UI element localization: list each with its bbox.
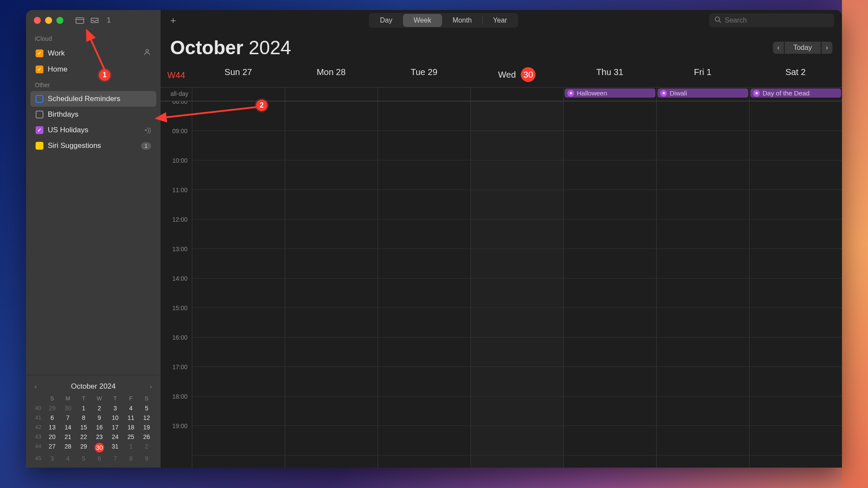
mini-day[interactable]: 10 — [107, 413, 123, 422]
calendar-item[interactable]: Birthdays — [30, 107, 156, 122]
allday-cell[interactable]: ★Diwali — [656, 88, 749, 101]
mini-day[interactable]: 24 — [107, 432, 123, 442]
day-header[interactable]: Sat 2 — [749, 63, 842, 87]
mini-day[interactable]: 18 — [123, 422, 138, 432]
day-column[interactable] — [470, 102, 563, 468]
day-header[interactable]: Fri 1 — [656, 63, 749, 87]
day-header[interactable]: Sun 27 — [192, 63, 285, 87]
day-column[interactable] — [563, 102, 656, 468]
mini-day[interactable]: 12 — [139, 413, 155, 422]
prev-week-button[interactable]: ‹ — [773, 42, 784, 54]
view-tab-day[interactable]: Day — [370, 14, 403, 27]
mini-day[interactable]: 27 — [44, 442, 60, 454]
search-box[interactable] — [709, 13, 834, 27]
event-chip[interactable]: ★Halloween — [565, 88, 655, 98]
view-tab-year[interactable]: Year — [483, 14, 517, 27]
close-window-button[interactable] — [34, 17, 41, 24]
mini-day[interactable]: 21 — [60, 432, 76, 442]
mini-day[interactable]: 11 — [123, 413, 138, 422]
mini-day[interactable]: 23 — [92, 432, 107, 442]
mini-day[interactable]: 2 — [92, 403, 107, 413]
day-column[interactable] — [378, 102, 470, 468]
mini-day[interactable]: 13 — [44, 422, 60, 432]
calendar-checkbox[interactable] — [36, 142, 43, 150]
mini-day[interactable]: 22 — [76, 432, 92, 442]
day-column[interactable] — [749, 102, 842, 468]
allday-cell[interactable]: ★Halloween — [563, 88, 656, 101]
day-header[interactable]: Wed 30 — [470, 63, 563, 87]
day-column[interactable] — [656, 102, 749, 468]
fullscreen-window-button[interactable] — [56, 17, 63, 24]
mini-day[interactable]: 3 — [44, 454, 60, 463]
mini-day[interactable]: 20 — [44, 432, 60, 442]
allday-cell[interactable] — [378, 88, 470, 101]
day-header[interactable]: Thu 31 — [563, 63, 656, 87]
calendar-label: US Holidays — [48, 126, 89, 134]
calendar-checkbox[interactable]: ✓ — [36, 49, 43, 57]
calendar-item[interactable]: Scheduled Reminders — [30, 91, 156, 107]
day-column[interactable] — [285, 102, 378, 468]
today-button[interactable]: Today — [785, 42, 821, 54]
calendar-checkbox[interactable]: ✓ — [36, 66, 43, 73]
mini-day[interactable]: 7 — [60, 413, 76, 422]
mini-prev-button[interactable]: ‹ — [32, 383, 39, 390]
calendar-checkbox[interactable] — [36, 95, 43, 103]
event-chip[interactable]: ★Day of the Dead — [750, 88, 841, 98]
mini-day[interactable]: 17 — [107, 422, 123, 432]
mini-day[interactable]: 4 — [60, 454, 76, 463]
mini-day[interactable]: 25 — [123, 432, 138, 442]
day-header[interactable]: Mon 28 — [285, 63, 378, 87]
mini-day[interactable]: 30 — [60, 403, 76, 413]
next-week-button[interactable]: › — [822, 42, 832, 54]
mini-day[interactable]: 6 — [92, 454, 107, 463]
mini-day[interactable]: 31 — [107, 442, 123, 454]
mini-day[interactable]: 1 — [123, 442, 138, 454]
event-chip[interactable]: ★Diwali — [658, 88, 748, 98]
mini-day[interactable]: 16 — [92, 422, 107, 432]
mini-day[interactable]: 5 — [139, 403, 155, 413]
mini-day[interactable]: 26 — [139, 432, 155, 442]
event-title: Diwali — [670, 89, 687, 97]
mini-day[interactable]: 9 — [139, 454, 155, 463]
mini-day[interactable]: 29 — [44, 403, 60, 413]
minimize-window-button[interactable] — [45, 17, 52, 24]
view-tab-week[interactable]: Week — [403, 14, 442, 27]
mini-day[interactable]: 29 — [76, 442, 92, 454]
view-tab-month[interactable]: Month — [442, 14, 482, 27]
section-icloud-label: iCloud — [26, 31, 161, 45]
mini-day[interactable]: 3 — [107, 403, 123, 413]
calendar-checkbox[interactable]: ✓ — [36, 126, 43, 134]
inbox-icon[interactable] — [90, 17, 99, 24]
day-column[interactable] — [192, 102, 285, 468]
mini-day[interactable]: 8 — [76, 413, 92, 422]
mini-day[interactable]: 1 — [76, 403, 92, 413]
allday-cell[interactable]: ★Day of the Dead — [749, 88, 842, 101]
add-event-button[interactable]: ＋ — [168, 14, 178, 27]
mini-next-button[interactable]: › — [147, 383, 155, 390]
calendar-item[interactable]: ✓US Holidays•)) — [30, 122, 156, 138]
mini-day[interactable]: 2 — [139, 442, 155, 454]
time-label: 13:00 — [161, 246, 192, 275]
mini-day[interactable]: 8 — [123, 454, 138, 463]
mini-day[interactable]: 4 — [123, 403, 138, 413]
mini-day[interactable]: 7 — [107, 454, 123, 463]
day-header[interactable]: Tue 29 — [378, 63, 470, 87]
mini-day[interactable]: 28 — [60, 442, 76, 454]
search-input[interactable] — [725, 16, 829, 24]
mini-day[interactable]: 14 — [60, 422, 76, 432]
calendar-item[interactable]: ✓Work — [30, 45, 156, 62]
calendar-item[interactable]: ✓Home — [30, 62, 156, 77]
calendar-checkbox[interactable] — [36, 111, 43, 118]
allday-cell[interactable] — [470, 88, 563, 101]
event-title: Day of the Dead — [763, 89, 809, 97]
mini-day[interactable]: 30 — [92, 442, 107, 454]
mini-day[interactable]: 19 — [139, 422, 155, 432]
calendar-icon[interactable] — [76, 17, 84, 24]
mini-day[interactable]: 15 — [76, 422, 92, 432]
mini-day[interactable]: 9 — [92, 413, 107, 422]
mini-day[interactable]: 6 — [44, 413, 60, 422]
allday-cell[interactable] — [192, 88, 285, 101]
allday-cell[interactable] — [285, 88, 378, 101]
calendar-item[interactable]: Siri Suggestions1 — [30, 138, 156, 154]
mini-day[interactable]: 5 — [76, 454, 92, 463]
